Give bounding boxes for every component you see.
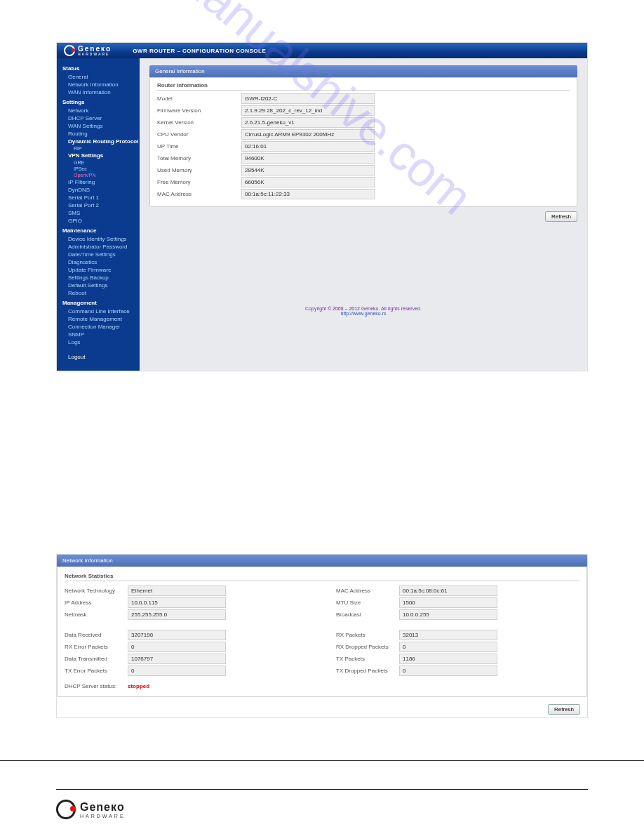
sidebar-item-ipsec[interactable]: IPSec (57, 166, 140, 172)
main-content: General Information Router Information M… (140, 58, 587, 371)
label-model: Model (157, 95, 241, 102)
value-mac2: 00:1a:5c:08:0c:61 (399, 585, 497, 596)
sidebar-item-sms[interactable]: SMS (57, 209, 140, 217)
brand-logo-icon (64, 45, 75, 56)
sidebar-item-cli[interactable]: Command Line Interface (57, 307, 140, 315)
refresh-button-general[interactable]: Refresh (545, 211, 577, 222)
value-rxd: 0 (399, 642, 497, 652)
sidebar-item-dev-identity[interactable]: Device Identity Settings (57, 235, 140, 243)
value-txp: 1186 (399, 654, 497, 664)
value-dhcp-status: stopped (128, 683, 149, 689)
sidebar-item-dyndns[interactable]: DynDNS (57, 186, 140, 194)
value-rxe: 0 (128, 642, 226, 652)
screenshot-network-info: Network Information Network Statistics N… (56, 554, 588, 718)
sidebar-item-admin-pw[interactable]: Administrator Password (57, 243, 140, 251)
label-fmem: Free Memory (157, 179, 241, 185)
sidebar-item-sp1[interactable]: Serial Port 1 (57, 194, 140, 201)
panel-general: Router Information ModelGWR-I202-C Firmw… (149, 77, 577, 207)
label-fw: Firmware Version (157, 107, 241, 114)
value-uptime: 02:16:01 (241, 141, 375, 152)
label-rxe: RX Error Packets (65, 644, 128, 650)
label-ip: IP Address (65, 600, 128, 606)
footer-brand-sub: HARDWARE (80, 814, 126, 819)
footer-logo-icon (56, 800, 76, 819)
label-txe: TX Error Packets (65, 668, 128, 674)
console-title: GWR ROUTER – CONFIGURATION CONSOLE (133, 48, 266, 54)
refresh-button-network[interactable]: Refresh (548, 704, 580, 715)
value-tmem: 94600K (241, 153, 375, 164)
value-fw: 2.1.9.29 28_202_c_rev_12_ind (241, 105, 375, 116)
sidebar-heading-maintenance: Maintenance (57, 225, 140, 235)
sidebar-heading-settings: Settings (57, 96, 140, 107)
panel-network: Network Statistics Network TechnologyEth… (57, 567, 587, 697)
sidebar-item-openvpn[interactable]: OpenVPN (57, 172, 140, 178)
label-drx: Data Received (65, 632, 128, 638)
sidebar-item-datetime[interactable]: Date/Time Settings (57, 251, 140, 258)
sidebar-item-remote-mgmt[interactable]: Remote Management (57, 315, 140, 323)
value-txd: 0 (399, 666, 497, 676)
label-dhcp-status: DHCP Server status: (65, 683, 128, 689)
panel-sub-netstats: Network Statistics (65, 571, 579, 581)
value-dtx: 1078797 (128, 654, 226, 664)
sidebar-item-drp[interactable]: Dynamic Routing Protocol (57, 138, 140, 145)
brand-sub: HARDWARE (78, 53, 112, 56)
sidebar-item-backup[interactable]: Settings Backup (57, 274, 140, 282)
label-txp: TX Packets (336, 656, 399, 662)
sidebar-item-logs[interactable]: Logs (57, 338, 140, 346)
value-umem: 28544K (241, 165, 375, 176)
label-cpu: CPU Vendor (157, 131, 241, 138)
geneko-link[interactable]: http://www.geneko.rs (149, 311, 577, 316)
value-model: GWR-I202-C (241, 93, 375, 104)
sidebar-item-defaults[interactable]: Default Settings (57, 282, 140, 289)
value-mask: 255.255.255.0 (128, 609, 226, 620)
label-umem: Used Memory (157, 167, 241, 173)
sidebar-item-network[interactable]: Network (57, 107, 140, 114)
label-mac: MAC Address (157, 191, 241, 197)
sidebar-item-gpio[interactable]: GPIO (57, 217, 140, 225)
sidebar-item-rip[interactable]: RIP (57, 145, 140, 152)
label-mask: Netmask (65, 611, 128, 618)
label-mac2: MAC Address (336, 588, 399, 594)
sidebar: Status General Network Information WAN I… (57, 58, 140, 371)
label-dtx: Data Transmitted (65, 656, 128, 662)
sidebar-item-vpn[interactable]: VPN Settings (57, 152, 140, 159)
label-bc: Broadcast (336, 611, 399, 618)
value-cpu: CirrusLogic ARM9 EP9302 200MHz (241, 129, 375, 140)
value-drx: 3207198 (128, 630, 226, 640)
sidebar-item-wan-settings[interactable]: WAN Settings (57, 122, 140, 130)
value-fmem: 66056K (241, 177, 375, 187)
sidebar-heading-status: Status (57, 62, 140, 73)
value-txe: 0 (128, 666, 226, 676)
label-tmem: Total Memory (157, 155, 241, 161)
label-txd: TX Dropped Packets (336, 668, 399, 674)
label-rxd: RX Dropped Packets (336, 644, 399, 650)
sidebar-item-reboot[interactable]: Reboot (57, 289, 140, 297)
sidebar-item-snmp[interactable]: SNMP (57, 331, 140, 338)
footer-brand: Geneкo (80, 801, 126, 814)
label-nettech: Network Technology (65, 588, 128, 594)
sidebar-item-gre[interactable]: GRE (57, 159, 140, 166)
sidebar-item-wan-info[interactable]: WAN Information (57, 88, 140, 96)
screenshot-general-info: Geneкo HARDWARE GWR ROUTER – CONFIGURATI… (56, 42, 588, 371)
sidebar-item-dhcp[interactable]: DHCP Server (57, 114, 140, 122)
sidebar-item-sp2[interactable]: Serial Port 2 (57, 201, 140, 209)
sidebar-item-conn-mgr[interactable]: Connection Manager (57, 323, 140, 331)
panel-sub-router-info: Router Information (157, 81, 570, 91)
sidebar-item-ipfilter[interactable]: IP Filtering (57, 178, 140, 186)
sidebar-item-diag[interactable]: Diagnostics (57, 258, 140, 266)
value-kernel: 2.6.21.5-geneko_v1 (241, 117, 375, 128)
sidebar-item-logout[interactable]: Logout (57, 353, 140, 361)
label-uptime: UP Time (157, 143, 241, 150)
value-mac: 00:1a:5c:11:22:33 (241, 189, 375, 199)
sidebar-item-update-fw[interactable]: Update Firmware (57, 266, 140, 274)
brand: Geneкo HARDWARE (64, 45, 112, 56)
value-mtu: 1500 (399, 597, 497, 608)
label-rxp: RX Packets (336, 632, 399, 638)
sidebar-item-general[interactable]: General (57, 73, 140, 81)
sidebar-item-routing[interactable]: Routing (57, 130, 140, 138)
top-bar: Geneкo HARDWARE GWR ROUTER – CONFIGURATI… (57, 43, 587, 58)
panel-title-network: Network Information (57, 555, 587, 567)
value-rxp: 32013 (399, 630, 497, 640)
sidebar-item-network-info[interactable]: Network Information (57, 81, 140, 88)
label-kernel: Kernel Version (157, 119, 241, 126)
